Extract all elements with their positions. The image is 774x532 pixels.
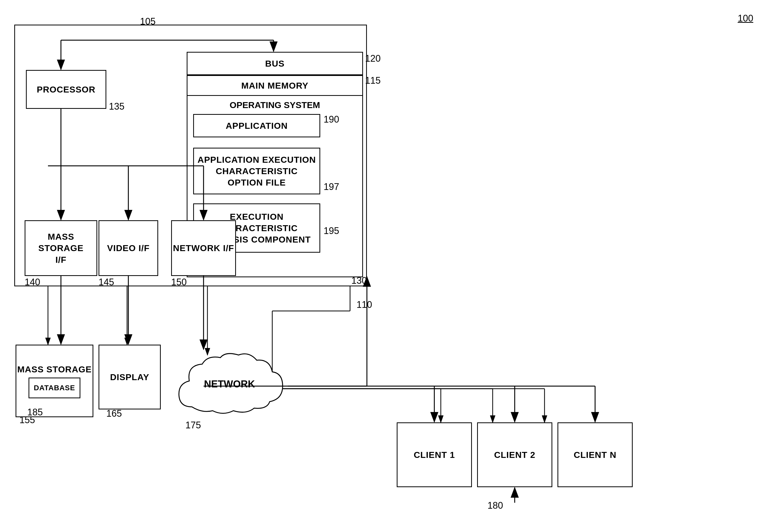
ref-165: 165 (106, 408, 122, 419)
processor-box: PROCESSOR (26, 70, 106, 109)
display-label: DISPLAY (110, 371, 149, 383)
client2-box: CLIENT 2 (477, 422, 552, 487)
mass-storage-if-box: MASS STORAGE I/F (25, 220, 97, 276)
operating-system-label: OPERATING SYSTEM (187, 96, 363, 114)
ref-190: 190 (323, 114, 339, 125)
video-if-label: VIDEO I/F (107, 242, 150, 254)
application-box: APPLICATION (193, 114, 320, 137)
client2-label: CLIENT 2 (494, 449, 535, 460)
network-if-box: NETWORK I/F (171, 220, 236, 276)
svg-text:NETWORK: NETWORK (204, 379, 255, 389)
ref-120: 120 (365, 53, 380, 64)
network-cloud: NETWORK (171, 350, 288, 422)
ref-135: 135 (109, 101, 124, 112)
mass-storage-if-label: MASS STORAGE I/F (25, 231, 96, 265)
bus-box: BUS (187, 52, 363, 75)
processor-label: PROCESSOR (37, 84, 95, 95)
mass-storage-box: MASS STORAGE DATABASE (16, 345, 93, 417)
ref-130: 130 (351, 275, 367, 286)
ref-175: 175 (185, 420, 201, 431)
ref-115: 115 (365, 75, 380, 86)
main-memory-label: MAIN MEMORY (241, 80, 308, 91)
database-label: DATABASE (34, 384, 75, 392)
display-box: DISPLAY (98, 345, 161, 409)
mass-storage-label: MASS STORAGE (17, 364, 91, 375)
ref-155: 155 (19, 415, 35, 425)
video-if-box: VIDEO I/F (98, 220, 158, 276)
ref-195: 195 (323, 225, 339, 236)
ref-150: 150 (171, 277, 187, 288)
ref-140: 140 (25, 277, 40, 288)
clientn-label: CLIENT N (574, 449, 617, 460)
ref-110: 110 (356, 299, 372, 310)
bus-label: BUS (265, 58, 285, 69)
diagram-container: 100 105 PROCESSOR 135 130 BUS 120 MAIN M… (0, 0, 774, 532)
client1-label: CLIENT 1 (414, 449, 455, 460)
application-label: APPLICATION (226, 120, 288, 131)
database-box: DATABASE (29, 378, 80, 398)
app-execution-label: APPLICATION EXECUTION CHARACTERISTIC OPT… (197, 154, 316, 188)
ref-197: 197 (323, 181, 339, 192)
network-if-label: NETWORK I/F (173, 242, 234, 254)
client1-box: CLIENT 1 (397, 422, 472, 487)
clientn-box: CLIENT N (558, 422, 633, 487)
app-execution-box: APPLICATION EXECUTION CHARACTERISTIC OPT… (193, 148, 320, 194)
ref-145: 145 (98, 277, 114, 288)
ref-100: 100 (738, 13, 753, 24)
main-memory-box: MAIN MEMORY (187, 75, 363, 96)
ref-105: 105 (140, 16, 156, 27)
ref-180: 180 (488, 500, 503, 511)
